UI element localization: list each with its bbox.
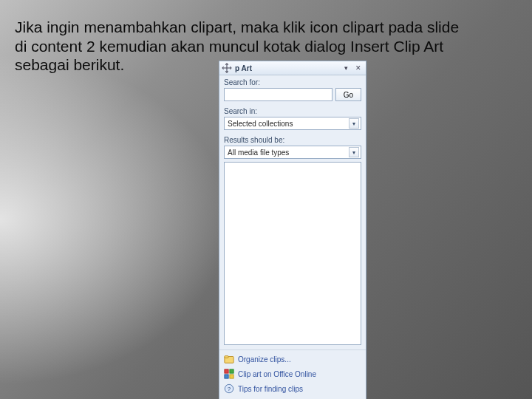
results-value: All media file types [228,149,289,157]
dialog-titlebar: p Art ▾ ✕ [219,61,366,75]
search-in-value: Selected collections [228,120,293,128]
svg-rect-5 [230,375,233,378]
svg-rect-1 [225,356,228,358]
search-in-combo[interactable]: Selected collections ▾ [224,117,361,130]
search-row: Go [219,88,366,104]
dropdown-button[interactable]: ▾ [341,64,351,72]
title-buttons: ▾ ✕ [341,64,364,72]
search-input[interactable] [224,88,332,101]
tips-link[interactable]: ? Tips for finding clips [224,381,361,396]
organize-clips-link[interactable]: Organize clips... [224,352,361,366]
chevron-down-icon: ▾ [349,147,359,157]
help-icon: ? [224,383,234,394]
move-icon [222,63,232,73]
results-combo[interactable]: All media file types ▾ [224,146,361,159]
chevron-down-icon: ▾ [349,118,359,129]
dialog-title: p Art [235,64,252,72]
svg-rect-4 [225,375,228,378]
footer-links: Organize clips... Clip art on Office Onl… [219,349,366,399]
search-in-label: Search in: [219,104,366,117]
clipart-dialog: p Art ▾ ✕ Search for: Go Search in: Sele… [219,61,366,399]
svg-text:?: ? [228,386,231,392]
title-left: p Art [222,63,252,73]
tips-text: Tips for finding clips [238,385,303,393]
svg-rect-3 [230,369,233,373]
results-label: Results should be: [219,133,366,146]
organize-clips-text: Organize clips... [238,355,291,364]
results-pane [224,162,361,345]
close-button[interactable]: ✕ [353,64,364,72]
office-online-link[interactable]: Clip art on Office Online [224,366,361,381]
organize-icon [224,354,234,364]
search-for-label: Search for: [219,75,366,88]
office-online-text: Clip art on Office Online [238,370,316,378]
go-button[interactable]: Go [335,88,361,101]
clipart-dialog-container: p Art ▾ ✕ Search for: Go Search in: Sele… [219,61,366,399]
svg-rect-2 [225,369,228,373]
office-online-icon [224,369,234,379]
